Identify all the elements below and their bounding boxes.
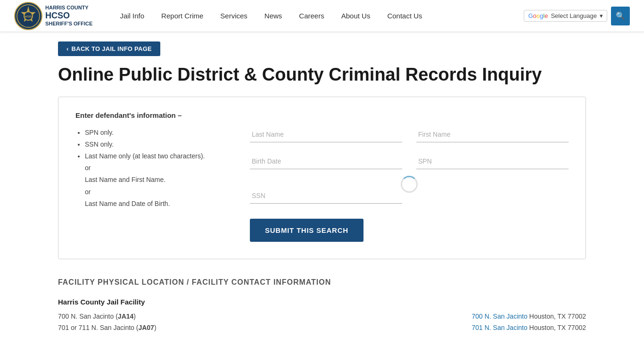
address-code-1: JA07 [138,324,154,331]
form-layout: SPN only. SSN only. Last Name only (at l… [75,127,569,242]
address-text-0: 700 N. San Jacinto ( [58,313,118,320]
facility-section-heading: FACILITY PHYSICAL LOCATION / FACILITY CO… [58,278,586,287]
svg-text:HCSO: HCSO [25,15,32,18]
city-state-0: Houston, TX 77002 [529,313,586,320]
facility-row-1: 701 or 711 N. San Jacinto (JA07) 701 N. … [58,322,586,333]
submit-label: SUBMIT THIS SEARCH [265,226,348,234]
google-g-icon: Google [528,12,548,19]
search-icon: 🔍 [616,11,625,20]
or-line-lastname-dob: Last Name and Date of Birth. [75,198,236,210]
submit-search-button[interactable]: SUBMIT THIS SEARCH [250,219,363,242]
search-form-card: Enter defendant's information – SPN only… [58,97,586,259]
address-link-0[interactable]: 700 N. San Jacinto [471,313,527,320]
main-content: ‹ BACK TO JAIL INFO PAGE Online Public D… [44,32,600,352]
or-line-1: or [75,162,236,174]
form-instructions: SPN only. SSN only. Last Name only (at l… [75,127,236,242]
main-nav: Jail Info Report Crime Services News Car… [111,0,524,32]
chevron-left-icon: ‹ [66,45,69,52]
nav-item-jail-info[interactable]: Jail Info [111,0,153,32]
loading-spinner [401,176,418,193]
address-link-1[interactable]: 701 N. San Jacinto [471,324,527,331]
translate-dropdown-icon: ▾ [600,12,603,19]
form-bullets-list: SPN only. SSN only. Last Name only (at l… [75,127,236,163]
first-name-input[interactable] [416,127,569,142]
address-text-1: 701 or 711 N. San Jacinto ( [58,324,138,331]
address-right-1: 701 N. San Jacinto Houston, TX 77002 [471,324,586,331]
nav-item-report-crime[interactable]: Report Crime [153,0,212,32]
back-to-jail-info-button[interactable]: ‹ BACK TO JAIL INFO PAGE [58,41,160,56]
translate-label: Select Language [551,12,597,19]
nav-item-contact-us[interactable]: Contact Us [379,0,430,32]
nav-item-about-us[interactable]: About Us [333,0,379,32]
birthdate-spn-row [250,154,569,169]
or-line-2: or [75,186,236,198]
address-right-0: 700 N. San Jacinto Houston, TX 77002 [471,313,586,320]
back-button-label: BACK TO JAIL INFO PAGE [72,45,152,52]
bullet-lastname: Last Name only (at least two characters)… [85,150,236,162]
address-code-0: JA14 [118,313,133,320]
last-name-input[interactable] [250,127,402,142]
logo-badge: HCSO [14,2,42,30]
birth-date-input[interactable] [250,154,402,169]
ssn-input[interactable] [250,188,402,204]
nav-right: Google Select Language ▾ 🔍 [524,7,630,25]
form-instruction: Enter defendant's information – [75,111,569,119]
logo-text: HARRIS COUNTY HCSO SHERIFF'S OFFICE [45,5,92,27]
site-header: HCSO HARRIS COUNTY HCSO SHERIFF'S OFFICE… [0,0,644,32]
city-state-1: Houston, TX 77002 [529,324,586,331]
name-row [250,127,569,142]
bullet-ssn: SSN only. [85,139,236,150]
nav-item-services[interactable]: Services [212,0,256,32]
facility-section: FACILITY PHYSICAL LOCATION / FACILITY CO… [58,278,586,333]
facility-name: Harris County Jail Facility [58,298,586,306]
nav-item-news[interactable]: News [256,0,291,32]
logo-area[interactable]: HCSO HARRIS COUNTY HCSO SHERIFF'S OFFICE [14,2,92,30]
address-left-0: 700 N. San Jacinto (JA14) [58,313,136,320]
facility-row-0: 700 N. San Jacinto (JA14) 700 N. San Jac… [58,311,586,322]
google-translate-widget[interactable]: Google Select Language ▾ [524,10,607,22]
form-fields: SUBMIT THIS SEARCH [250,127,569,242]
or-line-lastname-firstname: Last Name and First Name. [75,174,236,186]
bullet-spn: SPN only. [85,127,236,139]
address-left-1: 701 or 711 N. San Jacinto (JA07) [58,324,157,331]
nav-item-careers[interactable]: Careers [290,0,332,32]
spinner-circle [401,176,418,193]
spn-input[interactable] [416,154,569,169]
page-title: Online Public District & County Criminal… [58,65,586,85]
search-button[interactable]: 🔍 [611,7,630,25]
